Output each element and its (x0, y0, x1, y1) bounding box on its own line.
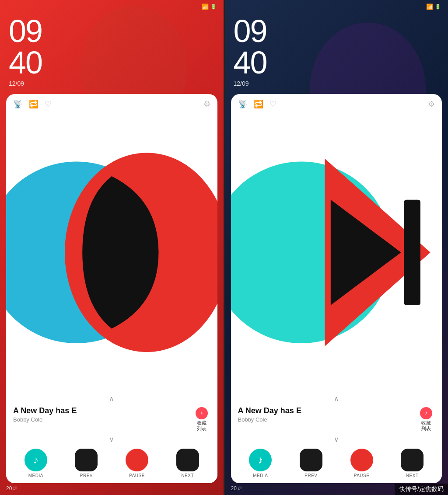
left-footer: 20 走 (0, 483, 224, 495)
right-clock-hour: 09 (234, 15, 440, 47)
right-cast-icon[interactable]: 📡 (238, 99, 248, 109)
svg-rect-9 (404, 200, 420, 305)
left-phone: 📶 🔋 09 40 12/09 📡 🔁 ♡ ⚙ (0, 0, 224, 495)
left-card-controls: 📡 🔁 ♡ ⚙ (6, 94, 217, 112)
left-clock-date: 12/09 (9, 80, 215, 87)
left-clock-hour: 09 (9, 15, 215, 47)
cast-icon[interactable]: 📡 (13, 99, 23, 109)
left-pause-label: PAUSE (129, 473, 145, 478)
right-prev-icon (300, 449, 322, 471)
left-app-icons: ♪ MEDIA PREV PAUSE NEXT (6, 445, 217, 483)
right-phone: 📶 🔋 09 40 12/09 📡 🔁 ♡ ⚙ (225, 0, 448, 495)
right-card-controls: 📡 🔁 ♡ ⚙ (231, 94, 442, 112)
left-footer-year: 20 (6, 485, 12, 492)
right-clock-time: 09 40 (234, 15, 440, 78)
left-song-details: A New Day has E Bobby Cole (13, 406, 189, 423)
left-next-label: NEXT (181, 473, 194, 478)
left-status-bar: 📶 🔋 (0, 0, 224, 12)
left-media-btn[interactable]: ♪ MEDIA (24, 449, 47, 478)
right-footer-year: 20 (231, 485, 237, 492)
left-clock-minute: 40 (9, 47, 215, 78)
left-pause-btn[interactable]: PAUSE (126, 449, 148, 478)
right-gear-icon[interactable]: ⚙ (428, 99, 435, 109)
main-container: 📶 🔋 09 40 12/09 📡 🔁 ♡ ⚙ (0, 0, 448, 495)
right-clock-date: 12/09 (234, 80, 440, 87)
right-app-icons: ♪ MEDIA PREV PAUSE NEXT (231, 445, 442, 483)
left-wifi-icon: 📶 (202, 3, 209, 10)
right-footer-walk: 走 (238, 485, 242, 492)
left-next-btn[interactable]: NEXT (176, 449, 199, 478)
right-repeat-icon[interactable]: 🔁 (254, 99, 263, 109)
repeat-icon[interactable]: 🔁 (29, 99, 38, 109)
right-media-btn[interactable]: ♪ MEDIA (249, 449, 272, 478)
left-media-label: MEDIA (28, 473, 43, 478)
heart-icon[interactable]: ♡ (45, 99, 52, 109)
right-song-details: A New Day has E Bobby Cole (238, 406, 414, 423)
phone-divider (224, 0, 225, 495)
right-song-info: A New Day has E Bobby Cole ♪ 收藏列表 (231, 404, 442, 433)
left-collection-icon: ♪ (196, 407, 208, 419)
left-song-title: A New Day has E (13, 406, 189, 415)
left-clock-area: 09 40 12/09 (0, 12, 224, 89)
right-pause-icon (350, 449, 373, 471)
right-next-btn[interactable]: NEXT (401, 449, 424, 478)
left-prev-label: PREV (80, 473, 93, 478)
left-chevron-up[interactable]: ∧ (6, 393, 217, 404)
left-collection-label: 收藏列表 (197, 420, 206, 432)
left-clock-time: 09 40 (9, 15, 215, 78)
left-chevron-down[interactable]: ∨ (6, 433, 217, 445)
right-collection-btn[interactable]: ♪ 收藏列表 (417, 406, 435, 432)
left-next-icon (176, 449, 199, 471)
right-next-icon (401, 449, 424, 471)
gear-icon[interactable]: ⚙ (203, 99, 210, 109)
left-footer-walk: 走 (13, 485, 18, 492)
right-song-artist: Bobby Cole (238, 416, 414, 423)
right-media-label: MEDIA (253, 473, 268, 478)
left-prev-icon (75, 449, 98, 471)
left-collection-btn[interactable]: ♪ 收藏列表 (193, 406, 210, 432)
left-status-icons: 📶 🔋 (202, 3, 217, 10)
left-music-card[interactable]: 📡 🔁 ♡ ⚙ ∧ (6, 94, 217, 483)
left-song-artist: Bobby Cole (13, 416, 189, 423)
right-wifi-icon: 📶 (426, 3, 433, 10)
right-heart-icon[interactable]: ♡ (270, 99, 276, 109)
left-song-info: A New Day has E Bobby Cole ♪ 收藏列表 (6, 404, 217, 433)
right-status-icons: 📶 🔋 (426, 3, 441, 10)
right-song-title: A New Day has E (238, 406, 414, 415)
right-chevron-up[interactable]: ∧ (231, 393, 442, 404)
left-controls-left: 📡 🔁 ♡ (13, 99, 52, 109)
right-collection-icon: ♪ (420, 407, 432, 419)
right-prev-btn[interactable]: PREV (300, 449, 322, 478)
left-media-icon: ♪ (24, 449, 47, 471)
right-collection-label: 收藏列表 (421, 420, 431, 432)
right-status-bar: 📶 🔋 (225, 0, 448, 12)
right-battery-icon: 🔋 (435, 4, 441, 10)
right-album-art (231, 112, 442, 393)
right-clock-area: 09 40 12/09 (225, 12, 448, 89)
right-music-card[interactable]: 📡 🔁 ♡ ⚙ ∧ (231, 94, 442, 483)
right-pause-label: PAUSE (354, 473, 370, 478)
watermark-text: 快传号/定焦数码 (399, 485, 444, 492)
left-pause-icon (126, 449, 148, 471)
right-pause-btn[interactable]: PAUSE (350, 449, 373, 478)
right-next-label: NEXT (406, 473, 419, 478)
right-clock-minute: 40 (234, 47, 440, 78)
right-controls-left: 📡 🔁 ♡ (238, 99, 276, 109)
watermark: 快传号/定焦数码 (395, 484, 448, 495)
right-prev-label: PREV (304, 473, 317, 478)
left-album-art (6, 112, 217, 393)
right-chevron-down[interactable]: ∨ (231, 433, 442, 445)
left-battery-icon: 🔋 (210, 4, 217, 10)
right-media-icon: ♪ (249, 449, 272, 471)
left-prev-btn[interactable]: PREV (75, 449, 98, 478)
